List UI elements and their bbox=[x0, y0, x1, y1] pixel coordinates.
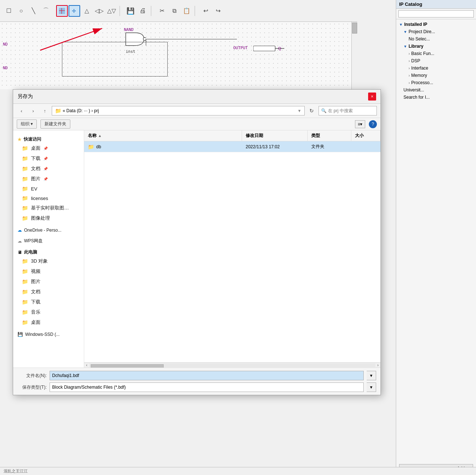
video-folder-icon: 📁 bbox=[22, 268, 28, 274]
sidebar-item-image-processing[interactable]: 📁 图像处理 bbox=[13, 213, 84, 223]
ip-search-input[interactable] bbox=[398, 10, 474, 17]
search-input[interactable] bbox=[328, 108, 368, 113]
schematic-canvas[interactable]: ND NAND inst ND OUTPUT Q bbox=[0, 22, 357, 89]
undo-button[interactable]: ↩ bbox=[200, 5, 211, 17]
ip-tree-project-dir[interactable]: ▼ Project Dire... bbox=[396, 28, 476, 35]
copy-button[interactable]: ⧉ bbox=[168, 5, 180, 17]
hscroll-left-arrow[interactable]: ‹ bbox=[84, 363, 89, 368]
quick-access-label: 快速访问 bbox=[24, 136, 41, 142]
col-name[interactable]: 名称 ▲ bbox=[84, 130, 242, 141]
mirror-h-tool-button[interactable]: ◁▷ bbox=[93, 5, 105, 17]
documents-folder-icon: 📁 bbox=[22, 166, 28, 172]
sidebar-item-3d[interactable]: 📁 3D 对象 bbox=[13, 256, 84, 266]
processor-label: Processo... bbox=[411, 80, 433, 85]
col-size[interactable]: 大小 bbox=[351, 130, 381, 141]
view-toggle-button[interactable]: ≡▾ bbox=[355, 120, 365, 128]
save-button[interactable]: 💾 bbox=[125, 5, 136, 17]
sidebar-item-downloads[interactable]: 📁 下载 📌 bbox=[13, 153, 84, 164]
library-arrow-icon: ▼ bbox=[403, 44, 407, 48]
svg-line-3 bbox=[40, 28, 102, 50]
thispc-label: 此电脑 bbox=[24, 249, 37, 255]
sidebar-item-desktop[interactable]: 📁 桌面 📌 bbox=[13, 143, 84, 153]
nav-refresh-button[interactable]: ↻ bbox=[307, 106, 316, 115]
realtime-label: 基于实时获取图像... bbox=[31, 205, 71, 211]
sidebar-item-pictures[interactable]: 📁 图片 📌 bbox=[13, 174, 84, 184]
library-label: Library bbox=[409, 44, 424, 49]
mirror-v-tool-button[interactable]: △▽ bbox=[106, 5, 117, 17]
triangle-tool-button[interactable]: △ bbox=[81, 5, 93, 17]
sidebar-item-pic2[interactable]: 📁 图片 bbox=[13, 276, 84, 287]
new-folder-button[interactable]: 新建文件夹 bbox=[40, 119, 70, 129]
dialog-close-button[interactable]: × bbox=[368, 93, 376, 101]
rectangle-tool-button[interactable]: ☐ bbox=[3, 5, 15, 17]
nav-up-button[interactable]: ↑ bbox=[40, 106, 50, 115]
sidebar-item-video[interactable]: 📁 视频 bbox=[13, 266, 84, 276]
sidebar-item-doc2[interactable]: 📁 文档 bbox=[13, 287, 84, 297]
cut-button[interactable]: ✂ bbox=[156, 5, 168, 17]
col-name-label: 名称 bbox=[88, 133, 97, 139]
sidebar-item-dl2[interactable]: 📁 下载 bbox=[13, 297, 84, 307]
file-name-cell: 📁 db bbox=[84, 141, 242, 152]
sidebar-item-music[interactable]: 📁 音乐 bbox=[13, 307, 84, 317]
ip-tree-interface[interactable]: › Interface bbox=[396, 64, 476, 72]
ellipse-tool-button[interactable]: ○ bbox=[15, 5, 27, 17]
print-button[interactable]: 🖨 bbox=[137, 5, 149, 17]
canvas-vscrollbar[interactable] bbox=[351, 22, 357, 89]
ip-tree-basic-fun[interactable]: › Basic Fun... bbox=[396, 50, 476, 57]
dialog-sidebar: ★ 快速访问 📁 桌面 📌 📁 下载 📌 📁 文档 📌 bbox=[13, 130, 84, 368]
sidebar-ssd-section: 💾 Windows-SSD (... bbox=[13, 329, 84, 339]
sidebar-item-desktop2[interactable]: 📁 桌面 bbox=[13, 317, 84, 327]
sidebar-item-documents[interactable]: 📁 文档 📌 bbox=[13, 164, 84, 174]
file-type-cell: 文件夹 bbox=[308, 141, 351, 152]
dialog-hscrollbar[interactable]: ‹ › bbox=[84, 362, 381, 368]
sidebar-ssd-header[interactable]: 💾 Windows-SSD (... bbox=[13, 330, 84, 338]
wire-top bbox=[146, 39, 237, 39]
line-tool-button[interactable]: ╲ bbox=[28, 5, 39, 17]
col-size-label: 大小 bbox=[355, 133, 364, 139]
nav-back-button[interactable]: ‹ bbox=[17, 106, 26, 115]
installed-arrow-icon: ▼ bbox=[399, 23, 403, 27]
installed-label: Installed IP bbox=[404, 22, 427, 27]
ip-catalog-search-bar bbox=[396, 9, 476, 19]
filetype-dropdown-button[interactable]: ▼ bbox=[367, 382, 376, 392]
nav-forward-button[interactable]: › bbox=[28, 106, 38, 115]
wps-label: WPS网盘 bbox=[24, 238, 43, 244]
sidebar-wps-section: ☁ WPS网盘 bbox=[13, 235, 84, 246]
breadcrumb-bar[interactable]: 📁 « Data (D: ··· ) › prj ▼ bbox=[52, 106, 305, 115]
pictures-label: 图片 bbox=[31, 176, 40, 182]
basic-fun-label: Basic Fun... bbox=[411, 51, 434, 56]
filename-dropdown-button[interactable]: ▼ bbox=[367, 371, 376, 380]
select-tool-button[interactable] bbox=[56, 5, 68, 17]
file-row-db[interactable]: 📁 db 2022/11/13 17:02 文件夹 bbox=[84, 141, 381, 152]
move-tool-button[interactable]: ✛ bbox=[69, 5, 80, 17]
col-type[interactable]: 类型 bbox=[308, 130, 351, 141]
sidebar-wps-header[interactable]: ☁ WPS网盘 bbox=[13, 236, 84, 245]
organize-button[interactable]: 组织 ▾ bbox=[17, 119, 37, 129]
filename-input[interactable] bbox=[50, 371, 364, 380]
paste-button[interactable]: 📋 bbox=[181, 5, 192, 17]
canvas-vscroll-thumb[interactable] bbox=[352, 23, 357, 34]
ev-label: EV bbox=[31, 186, 37, 192]
interface-arrow-icon: › bbox=[409, 66, 410, 70]
ip-tree-dsp[interactable]: › DSP bbox=[396, 57, 476, 64]
redo-button[interactable]: ↪ bbox=[212, 5, 224, 17]
help-button[interactable]: ? bbox=[369, 120, 377, 128]
pic2-label: 图片 bbox=[31, 278, 40, 285]
hscroll-right-arrow[interactable]: › bbox=[375, 363, 381, 368]
ip-tree-library[interactable]: ▼ Library bbox=[396, 43, 476, 50]
ip-tree-no-select: No Selec... bbox=[396, 35, 476, 43]
onedrive-label: OneDrive - Perso... bbox=[24, 228, 62, 233]
col-date[interactable]: 修改日期 bbox=[242, 130, 308, 141]
ip-tree-processor[interactable]: › Processo... bbox=[396, 79, 476, 86]
breadcrumb-dropdown-arrow[interactable]: ▼ bbox=[297, 109, 301, 113]
sidebar-item-ev[interactable]: 📁 EV bbox=[13, 184, 84, 193]
sidebar-onedrive-header[interactable]: ☁ OneDrive - Perso... bbox=[13, 226, 84, 233]
ip-tree-search[interactable]: Search for I... bbox=[396, 94, 476, 101]
ip-tree-memory[interactable]: › Memory bbox=[396, 72, 476, 79]
sidebar-item-licenses[interactable]: 📁 licenses bbox=[13, 193, 84, 203]
ip-tree-installed[interactable]: ▼ Installed IP bbox=[396, 21, 476, 28]
hscroll-thumb[interactable] bbox=[91, 364, 164, 368]
sidebar-item-realtime[interactable]: 📁 基于实时获取图像... bbox=[13, 203, 84, 213]
arc-tool-button[interactable]: ⌒ bbox=[40, 5, 52, 17]
ip-tree-university[interactable]: Universit... bbox=[396, 86, 476, 94]
